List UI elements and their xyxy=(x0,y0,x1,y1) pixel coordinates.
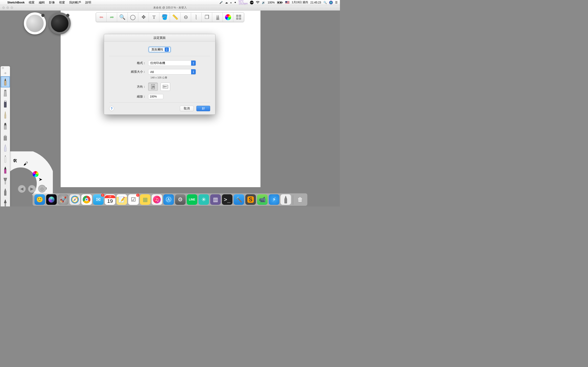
brush-pen[interactable] xyxy=(1,142,10,153)
volume-icon[interactable]: 🔊 xyxy=(262,1,265,4)
dock-reminders[interactable]: ☑︎1 xyxy=(128,194,139,205)
brush-puck[interactable] xyxy=(24,12,46,34)
color-button[interactable] xyxy=(223,13,233,22)
layers-button[interactable]: ❐ xyxy=(202,13,212,22)
ruler-button[interactable]: 📏 xyxy=(170,13,181,22)
ui-button[interactable] xyxy=(233,13,244,22)
battery-icon[interactable] xyxy=(277,1,283,4)
dropbox-icon[interactable]: ⬧ xyxy=(230,1,232,4)
time[interactable]: 21:45:23 xyxy=(310,1,321,4)
dock-stickies[interactable]: ▦ xyxy=(140,194,150,205)
help-button[interactable]: ? xyxy=(109,106,114,111)
lagoon-color-icon[interactable] xyxy=(33,171,39,177)
app-name[interactable]: SketchBook xyxy=(7,1,25,4)
dock-safari[interactable]: 🧭 xyxy=(69,194,80,205)
brush-round[interactable] xyxy=(1,165,10,175)
dock-appstore[interactable]: Ⓐ xyxy=(163,194,174,205)
brush-airbrush[interactable] xyxy=(1,87,10,98)
dock-terminal[interactable]: >_ xyxy=(222,194,233,205)
palette-header[interactable] xyxy=(1,66,10,69)
siri-menubar-icon[interactable] xyxy=(329,1,333,4)
move-button[interactable]: ✥ xyxy=(138,13,149,22)
brush-fan[interactable] xyxy=(1,175,10,186)
dock-xcode[interactable]: 🔨 xyxy=(233,194,244,205)
brush-ballpoint[interactable] xyxy=(1,153,10,165)
dock-finder[interactable]: 🙂 xyxy=(35,194,45,205)
wifi-icon[interactable] xyxy=(256,1,259,4)
brush-flat[interactable] xyxy=(1,131,10,142)
menu-help[interactable]: 說明 xyxy=(85,0,91,5)
brush-ink[interactable] xyxy=(1,109,10,120)
input-flag-icon[interactable] xyxy=(285,1,289,4)
svg-point-17 xyxy=(165,86,166,87)
temp-status[interactable]: 52°C1312rpm xyxy=(239,0,248,5)
brush-nib[interactable] xyxy=(1,198,10,206)
svg-rect-6 xyxy=(4,136,7,140)
menu-window[interactable]: 視窗 xyxy=(59,0,65,5)
notif-center-icon[interactable]: ☰ xyxy=(335,1,338,4)
orient-portrait-button[interactable] xyxy=(148,83,158,91)
reminders-badge: 1 xyxy=(136,194,139,197)
dock-launchpad[interactable]: 🚀 xyxy=(58,194,69,205)
battery-pct[interactable]: 100% xyxy=(268,1,275,4)
dock-messenger[interactable]: ⚡︎ xyxy=(269,194,279,205)
dock-calendar[interactable]: 1月19 xyxy=(105,194,115,205)
minimize-dot[interactable] xyxy=(6,6,9,9)
dock-itunes[interactable]: ♫ xyxy=(152,194,162,205)
menu-file[interactable]: 檔案 xyxy=(29,0,35,5)
dock-line[interactable]: LINE xyxy=(187,194,197,205)
lagoon-tools-icon[interactable]: 🛠 xyxy=(13,158,17,164)
lagoon-canvas-icon[interactable]: ◇ xyxy=(38,185,46,193)
brush-pencil[interactable] xyxy=(1,76,10,87)
line-menubar-icon[interactable]: LINE xyxy=(250,1,254,4)
color-puck[interactable] xyxy=(49,12,71,34)
cloud-icon[interactable]: ☁︎ xyxy=(225,1,228,4)
lagoon-cursor-icon[interactable]: ➤ xyxy=(39,177,43,182)
dock-mail[interactable]: ✉︎1 xyxy=(93,194,104,205)
orient-landscape-button[interactable] xyxy=(161,83,170,91)
scale-input[interactable] xyxy=(148,94,163,99)
mic-icon[interactable]: 🎤 xyxy=(219,1,223,4)
dock-siri[interactable] xyxy=(46,194,57,205)
undo-button[interactable]: ➦ xyxy=(96,13,107,22)
dock-separator xyxy=(293,195,293,205)
cancel-button[interactable]: 取消 xyxy=(180,106,194,111)
text-button[interactable]: T xyxy=(149,13,159,22)
lasso-button[interactable]: ◯ xyxy=(128,13,138,22)
paper-select[interactable]: A6 ▲▼ xyxy=(148,69,196,75)
top-toolbar: ➦ ➦ 🔍 ◯ ✥ T 🪣 📏 ⊖ ⦚ ❐ xyxy=(96,12,244,22)
redo-button[interactable]: ➦ xyxy=(107,13,117,22)
zoom-dot[interactable] xyxy=(10,6,13,9)
dock-sublime[interactable]: S xyxy=(245,194,256,205)
fan-icon[interactable]: ✦ xyxy=(234,1,236,4)
brushlib-button[interactable] xyxy=(212,13,223,22)
close-dot[interactable] xyxy=(2,6,5,9)
menu-edit[interactable]: 編輯 xyxy=(39,0,45,5)
date[interactable]: 1月19日 週四 xyxy=(292,0,308,4)
format-select[interactable]: 任何印表機 ▲▼ xyxy=(148,60,196,66)
brush-settings-icon[interactable]: ⟛ xyxy=(1,69,10,76)
zoom-button[interactable]: 🔍 xyxy=(117,13,128,22)
dock-sketchbook[interactable] xyxy=(280,194,291,205)
menu-account[interactable]: 我的帳戶 xyxy=(69,0,81,5)
shape-button[interactable]: ⊖ xyxy=(181,13,191,22)
dock-sysprefs[interactable]: ⚙︎ xyxy=(175,194,186,205)
symmetry-button[interactable]: ⦚ xyxy=(191,13,202,22)
lagoon-prev-icon[interactable]: ◀ xyxy=(18,185,26,193)
dock-notes[interactable]: 📝 xyxy=(116,194,127,205)
lagoon-brush-icon[interactable]: 🖌 xyxy=(23,161,28,166)
dock-facetime[interactable]: 📹 xyxy=(257,194,268,205)
brush-marker[interactable] xyxy=(1,98,10,109)
bucket-button[interactable]: 🪣 xyxy=(159,13,170,22)
menu-image[interactable]: 影像 xyxy=(49,0,55,5)
dock-chrome[interactable] xyxy=(81,194,92,205)
dock-app1[interactable]: ✳︎ xyxy=(199,194,209,205)
brush-chisel[interactable] xyxy=(1,120,10,131)
dock-app2[interactable]: ▥ xyxy=(210,194,221,205)
page-attributes-select[interactable]: 頁面屬性 ▲▼ xyxy=(149,47,171,52)
ok-button[interactable]: 好 xyxy=(196,106,210,111)
dock-trash[interactable]: 🗑 xyxy=(295,194,305,205)
spotlight-icon[interactable]: 🔍 xyxy=(323,1,327,4)
brush-smudge[interactable] xyxy=(1,186,10,198)
lagoon-next-icon[interactable]: ▶ xyxy=(28,185,36,193)
